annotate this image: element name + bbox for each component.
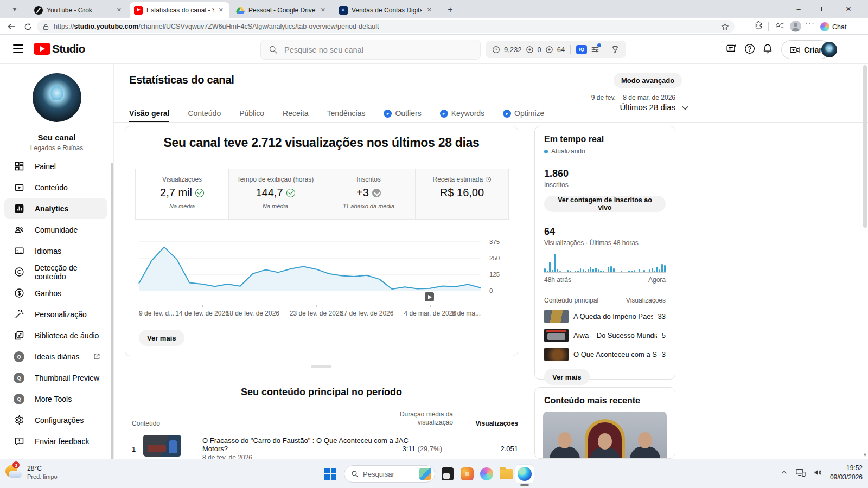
youtube-studio-logo[interactable]: Studio <box>34 42 85 55</box>
sidebar-item-more-tools[interactable]: Q More Tools <box>0 388 111 409</box>
tab-close-icon[interactable]: ✕ <box>217 6 225 14</box>
column-duration[interactable]: Duração média da visualização <box>393 410 453 427</box>
advanced-mode-button[interactable]: Modo avançado <box>614 73 682 88</box>
taskbar-app-notepad[interactable] <box>438 465 457 483</box>
taskbar-app-explorer[interactable] <box>497 465 515 483</box>
column-views[interactable]: Visualizações <box>476 420 519 427</box>
video-title[interactable]: A Queda do Império Paes M... <box>573 312 653 320</box>
sidebar-item-configuracoes[interactable]: Configurações <box>0 409 111 431</box>
tab-optimize[interactable]: ▸Optimize <box>503 102 544 123</box>
tab-close-icon[interactable]: ✕ <box>319 6 327 14</box>
site-permissions-icon[interactable] <box>42 23 49 30</box>
video-marker-play-icon[interactable] <box>425 292 434 301</box>
clock-widget[interactable]: 19:52 09/03/2026 <box>830 464 863 482</box>
window-minimize-button[interactable]: – <box>786 0 811 17</box>
sidebar-item-enviar-feedback[interactable]: Enviar feedback <box>0 431 111 452</box>
metric-visualizacoes[interactable]: Visualizações 2,7 mil Na média <box>136 169 229 219</box>
views-line-chart[interactable]: 0125250375 <box>125 232 518 293</box>
live-count-button[interactable]: Ver contagem de inscritos ao vivo <box>544 196 666 212</box>
browser-profile-avatar[interactable] <box>790 21 801 32</box>
realtime-bar-chart[interactable] <box>544 253 666 273</box>
window-maximize-button[interactable] <box>811 0 836 17</box>
scrollbar-down-arrow[interactable]: ▼ <box>863 452 867 458</box>
sidebar-item-thumbnail-preview[interactable]: Q Thumbnail Preview <box>0 367 111 388</box>
extensions-icon[interactable] <box>754 21 763 30</box>
sliders-icon[interactable] <box>591 45 599 54</box>
tab-tendencias[interactable]: Tendências <box>327 102 366 123</box>
speaker-icon[interactable] <box>813 468 822 477</box>
browser-tab-youtube-studio[interactable]: Estatísticas do canal - YouTube Stu ✕ <box>130 2 229 18</box>
realtime-content-row[interactable]: A Queda do Império Paes M... 33 <box>544 310 666 323</box>
copilot-chat-button[interactable]: Chat <box>817 20 852 34</box>
tab-visao-geral[interactable]: Visão geral <box>129 102 169 123</box>
sidebar-item-analytics[interactable]: Analytics <box>4 198 107 219</box>
window-close-button[interactable]: ✕ <box>836 0 861 17</box>
studio-search-box[interactable] <box>260 40 481 60</box>
studio-search-input[interactable] <box>284 46 463 54</box>
realtime-content-row[interactable]: O Que Aconteceu com a Sem... 3 <box>544 348 666 361</box>
sidebar-item-personalizacao[interactable]: Personalização <box>0 304 111 325</box>
browser-tab-vendas[interactable]: Vendas de Contas Digitais com Se ✕ <box>335 2 438 18</box>
recent-video-thumbnail[interactable] <box>543 412 667 459</box>
metric-inscritos[interactable]: Inscritos +3 11 abaixo da média <box>322 169 416 219</box>
whats-new-icon[interactable] <box>725 43 737 55</box>
metric-tempo-exibicao[interactable]: Tempo de exibição (horas) 144,7 Na média <box>229 169 322 219</box>
favorites-bar-icon[interactable] <box>775 21 784 30</box>
see-more-button[interactable]: Ver mais <box>544 369 590 385</box>
hamburger-menu-icon[interactable] <box>13 44 23 53</box>
realtime-content-row[interactable]: Aiwa – Do Sucesso Mundial ... 5 <box>544 329 666 342</box>
refresh-button[interactable] <box>21 20 35 34</box>
weather-widget[interactable]: 3 28°C Pred. limpo <box>4 463 58 481</box>
taskbar-app-edge-active[interactable] <box>515 465 534 483</box>
sidebar-item-ideais-diarias[interactable]: Q Ideais diárias <box>0 346 111 367</box>
sidebar-item-conteudo[interactable]: Conteúdo <box>0 177 111 198</box>
sidebar-item-painel[interactable]: Painel <box>0 156 111 177</box>
channel-stats-pill[interactable]: 9,232 0 64 IQ <box>486 41 626 58</box>
tab-close-icon[interactable]: ✕ <box>115 6 123 14</box>
browser-tab-grok[interactable]: YouTube - Grok ✕ <box>30 2 127 18</box>
date-range-picker[interactable]: 9 de fev. – 8 de mar. de 2026 Últimos 28… <box>564 94 675 112</box>
cast-device-icon[interactable] <box>795 468 806 477</box>
sidebar-item-ganhos[interactable]: Ganhos <box>0 282 111 304</box>
taskbar-app-copilot[interactable] <box>477 465 496 483</box>
search-highlight-icon[interactable] <box>419 468 431 480</box>
trophy-icon[interactable] <box>611 45 620 54</box>
browser-tab-drive[interactable]: Pessoal - Google Drive ✕ <box>232 2 331 18</box>
channel-avatar[interactable] <box>33 73 81 122</box>
video-title[interactable]: O Que Aconteceu com a Sem... <box>573 350 657 358</box>
sidebar-item-deteccao[interactable]: Detecção de conteúdo <box>0 261 111 282</box>
tab-conteudo[interactable]: Conteúdo <box>188 102 221 123</box>
tab-close-icon[interactable]: ✕ <box>425 6 433 14</box>
tab-outliers[interactable]: ▸Outliers <box>384 102 421 123</box>
tab-search-chevron-icon[interactable]: ▼ <box>9 3 21 15</box>
account-avatar[interactable] <box>821 42 837 57</box>
taskbar-search[interactable] <box>344 465 435 483</box>
column-content[interactable]: Conteúdo <box>132 420 160 427</box>
back-button[interactable] <box>4 20 18 34</box>
sidebar-scrollbar[interactable] <box>111 163 113 476</box>
vidiq-extension-icon[interactable]: IQ <box>576 45 587 54</box>
url-bar[interactable]: https://studio.youtube.com/channel/UCSVv… <box>37 20 735 33</box>
start-button[interactable] <box>321 465 340 483</box>
page-scrollbar[interactable]: ▼ <box>862 64 868 459</box>
browser-menu-icon[interactable]: ··· <box>805 18 815 28</box>
scrollbar-thumb[interactable] <box>863 65 867 228</box>
video-thumbnail[interactable] <box>143 435 181 457</box>
favorite-star-icon[interactable] <box>721 23 729 31</box>
sidebar-item-idiomas[interactable]: Idiomas <box>0 240 111 261</box>
tab-receita[interactable]: Receita <box>283 102 308 123</box>
help-icon[interactable] <box>744 43 756 55</box>
video-title[interactable]: O Fracasso do "Carro do Faustão" : O Que… <box>202 436 430 453</box>
video-title[interactable]: Aiwa – Do Sucesso Mundial ... <box>573 331 657 339</box>
taskbar-app-photos[interactable] <box>458 465 476 483</box>
tab-keywords[interactable]: ▸Keywords <box>440 102 484 123</box>
sidebar-item-comunidade[interactable]: Comunidade <box>0 219 111 240</box>
new-tab-button[interactable]: + <box>444 3 457 16</box>
metric-receita[interactable]: Receita estimada R$ 16,00 <box>416 169 508 219</box>
notifications-bell-icon[interactable] <box>762 43 774 55</box>
see-more-button[interactable]: Ver mais <box>139 330 184 346</box>
sidebar-item-biblioteca[interactable]: Biblioteca de áudio <box>0 325 111 346</box>
tab-publico[interactable]: Público <box>239 102 264 123</box>
hidden-icons-chevron[interactable] <box>781 469 788 476</box>
taskbar-search-input[interactable] <box>363 470 413 478</box>
